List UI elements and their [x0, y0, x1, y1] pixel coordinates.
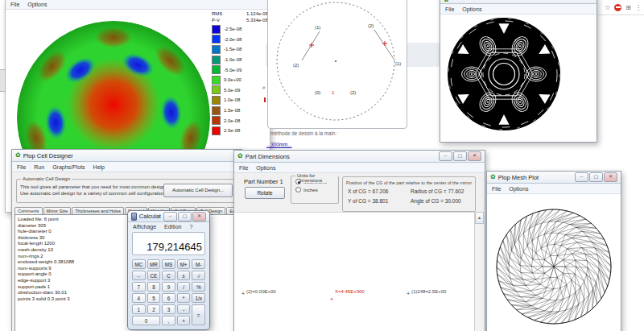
legend-row: -1.0e-08 [212, 55, 268, 65]
calc-key-5[interactable]: 5 [147, 293, 161, 303]
calc-key-C[interactable]: C [162, 271, 175, 280]
legend-swatch [212, 56, 221, 64]
group-title: Units for Dimensions [295, 173, 338, 183]
maximize-button[interactable]: ▢ [453, 151, 467, 161]
legend-swatch [212, 25, 221, 34]
page-note-text: méthode de dessin à la main : [270, 130, 338, 136]
vertical-scrollbar[interactable]: ▲ [474, 212, 484, 331]
calc-key-9[interactable]: 9 [162, 282, 175, 292]
menu-item-graphs-plots[interactable]: Graphs/Plots [52, 164, 85, 170]
menu-dots-icon[interactable]: ⋮ [635, 4, 642, 11]
automatic-cell-design-button[interactable]: Automatic Cell Design... [163, 184, 233, 197]
extensions-grid-icon[interactable]: ⊞ [625, 4, 631, 11]
menu-bar: FileRunGraphs/PlotsHelp [12, 162, 242, 172]
menu-item-options[interactable]: Options [256, 165, 275, 171]
minimize-button[interactable]: – [439, 151, 452, 161]
calc-key-1[interactable]: 1 [132, 304, 146, 314]
close-button[interactable]: ✕ [192, 212, 206, 221]
calc-key-8[interactable]: 8 [147, 282, 161, 292]
scroll-up-icon[interactable]: ▲ [475, 212, 484, 224]
menu-item-options[interactable]: Options [509, 186, 528, 192]
calc-key-pct[interactable]: % [192, 282, 205, 292]
calc-key-negate[interactable]: ± [177, 271, 191, 280]
menu-item-run[interactable]: Run [34, 164, 44, 170]
legend-label: -2.5e-08 [224, 27, 242, 31]
support-layout-plot: (1) (2) (2) (1) (0) 1 (2) [268, 0, 405, 126]
menu-item-file[interactable]: File [10, 2, 19, 7]
radio-icon[interactable] [295, 187, 301, 192]
calc-key-6[interactable]: 6 [162, 293, 175, 303]
title-bar[interactable]: ✿ Part Dimensions –▢✕ [234, 151, 485, 163]
calc-key-CE[interactable]: CE [147, 271, 161, 280]
calc-key-2[interactable]: 2 [147, 304, 161, 314]
window-support-layout: (1) (2) (2) (1) (0) 1 (2) [267, 0, 407, 129]
calc-key-sqrt[interactable]: √ [192, 271, 205, 280]
menu-item-file[interactable]: File [445, 6, 454, 12]
title-bar[interactable]: ✿ Plop Cell Designer [12, 150, 242, 162]
calc-key-1divx[interactable]: 1/x [192, 293, 205, 303]
calc-key-Madd[interactable]: M+ [177, 259, 191, 269]
calc-key-0[interactable]: 0 [132, 316, 160, 325]
calc-key-MS[interactable]: MS [162, 259, 175, 269]
menu-item-affichage[interactable]: Affichage [133, 224, 156, 230]
menu-bar: FileOptions [487, 184, 621, 194]
rotate-button[interactable]: Rotate [245, 187, 285, 199]
svg-text:(1): (1) [395, 61, 401, 66]
marker-cross: + [407, 292, 410, 296]
radio-option-inches[interactable]: Inches [295, 187, 338, 192]
calc-key-comma[interactable]: , [162, 316, 175, 325]
menu-item-file[interactable]: File [239, 165, 248, 171]
calc-key-7[interactable]: 7 [132, 282, 146, 292]
tab-thicknesses-and-holes[interactable]: Thicknesses and Holes [72, 207, 124, 214]
title-bar[interactable]: Calculatrice –▢✕ [128, 211, 209, 222]
menu-item-options[interactable]: Options [462, 6, 481, 12]
cg-radius-value: Radius of CG = 77.602 [411, 188, 470, 194]
calc-key-sub[interactable]: - [177, 304, 191, 314]
tab-mirror-size[interactable]: Mirror Size [43, 207, 72, 214]
menu-item-help[interactable]: Help [93, 164, 105, 170]
calc-key-3[interactable]: 3 [162, 304, 175, 314]
page-hash-fragment: # [262, 85, 265, 90]
maximize-button[interactable]: ▢ [589, 172, 603, 182]
calc-key-back[interactable]: ← [132, 271, 146, 280]
menu-item-file[interactable]: File [17, 164, 26, 170]
close-button[interactable]: ✕ [468, 151, 481, 161]
legend-label: -1.5e-08 [224, 47, 242, 52]
tab-comments[interactable]: Comments [14, 207, 43, 214]
adblock-icon[interactable] [614, 4, 621, 11]
calc-key-MC[interactable]: MC [132, 259, 146, 269]
title-bar[interactable]: ✿ Plop Mesh Plot –▢✕ [487, 172, 621, 184]
plop-app-icon: ✿ [15, 152, 21, 159]
legend-label: -2.0e-08 [224, 37, 242, 42]
maximize-button[interactable]: ▢ [178, 212, 192, 221]
window-controls: –▢✕ [439, 151, 481, 161]
calc-key-mul[interactable]: * [177, 293, 191, 303]
cg-group: Position of the CG of the part relative … [342, 176, 476, 212]
svg-text:(1): (1) [315, 25, 320, 30]
legend-swatch [212, 35, 221, 43]
cg-header: Position of the CG of the part relative … [343, 180, 475, 185]
minimize-button[interactable]: – [575, 172, 588, 182]
menu-item-file[interactable]: File [492, 186, 501, 192]
minimize-button[interactable]: – [163, 212, 177, 221]
menu-item-options[interactable]: Options [27, 2, 47, 7]
calc-key-div[interactable]: / [177, 282, 191, 292]
calc-key-4[interactable]: 4 [132, 293, 146, 303]
bookmark-star-icon[interactable]: ☆ [605, 4, 610, 11]
radio-icon[interactable] [295, 179, 301, 184]
menu-bar: AffichageEdition? [128, 222, 209, 231]
browser-toolbar: ☆ ⊞ ⋮ [593, 0, 644, 15]
calc-key-MR[interactable]: MR [147, 259, 161, 269]
cg-x-value: X of CG = 67.206 [348, 188, 407, 194]
svg-text:(2): (2) [293, 63, 299, 68]
calc-key-eq[interactable]: = [192, 304, 205, 325]
calc-key-add[interactable]: + [177, 316, 191, 325]
menu-item-edition[interactable]: Edition [164, 224, 181, 230]
page-link-fragment[interactable]: ...300mm... [266, 142, 292, 147]
menu-item-?[interactable]: ? [189, 224, 192, 230]
legend-stat: P-V5.334e-08 [212, 18, 268, 23]
marker-label: (2)=0.00E+00 [246, 289, 276, 294]
legend-label: -1.0e-08 [224, 57, 242, 62]
close-button[interactable]: ✕ [604, 172, 617, 182]
calc-key-Msub[interactable]: M- [192, 259, 205, 269]
